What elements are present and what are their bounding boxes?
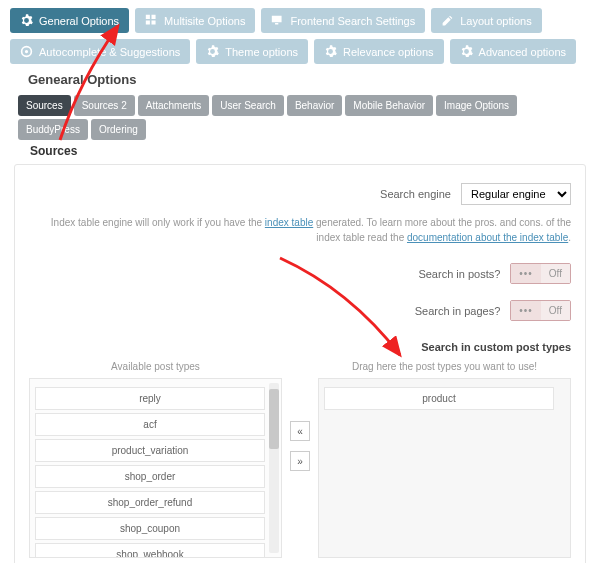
sub-tab-buddypress[interactable]: BuddyPress	[18, 119, 88, 140]
sub-tab-sources[interactable]: Sources	[18, 95, 71, 116]
cpt-heading: Search in custom post types	[29, 329, 571, 361]
panel-sources: Search engine Regular engine Index table…	[14, 164, 586, 563]
index-table-link[interactable]: index table	[265, 217, 313, 228]
tab-label: General Options	[39, 15, 119, 27]
sub-tab-sources-2[interactable]: Sources 2	[74, 95, 135, 116]
search-pages-toggle[interactable]: ••• Off	[510, 300, 571, 321]
tab-label: Frontend Search Settings	[290, 15, 415, 27]
gear-icon	[324, 45, 337, 58]
search-posts-toggle[interactable]: ••• Off	[510, 263, 571, 284]
available-title: Available post types	[29, 361, 282, 378]
list-item[interactable]: shop_order	[35, 465, 265, 488]
list-item[interactable]: product	[324, 387, 554, 410]
tab-label: Theme options	[225, 46, 298, 58]
list-item[interactable]: shop_coupon	[35, 517, 265, 540]
search-posts-label: Search in posts?	[418, 268, 500, 280]
toggle-handle-icon: •••	[511, 301, 541, 320]
top-tab-general-options[interactable]: General Options	[10, 8, 129, 33]
list-item[interactable]: acf	[35, 413, 265, 436]
sub-tab-attachments[interactable]: Attachments	[138, 95, 210, 116]
scrollbar[interactable]	[269, 383, 279, 553]
top-tab-advanced-options[interactable]: Advanced options	[450, 39, 576, 64]
available-list[interactable]: replyacfproduct_variationshop_ordershop_…	[29, 378, 282, 558]
tab-label: Relevance options	[343, 46, 434, 58]
gear-icon	[460, 45, 473, 58]
sub-section-title: Sources	[0, 140, 600, 160]
section-title: Genearal Options	[0, 66, 600, 95]
search-engine-label: Search engine	[380, 188, 451, 200]
pencil-icon	[441, 14, 454, 27]
selected-title: Drag here the post types you want to use…	[318, 361, 571, 378]
selected-list[interactable]: product	[318, 378, 571, 558]
sub-tab-behavior[interactable]: Behavior	[287, 95, 342, 116]
gear-icon	[206, 45, 219, 58]
move-left-button[interactable]: «	[290, 421, 310, 441]
sub-tab-image-options[interactable]: Image Options	[436, 95, 517, 116]
tab-label: Layout options	[460, 15, 532, 27]
top-tab-multisite-options[interactable]: Multisite Options	[135, 8, 255, 33]
tab-label: Autocomplete & Suggestions	[39, 46, 180, 58]
screen-icon	[271, 14, 284, 27]
move-right-button[interactable]: »	[290, 451, 310, 471]
index-table-doc-link[interactable]: documentation about the index table	[407, 232, 568, 243]
scrollbar-thumb[interactable]	[269, 389, 279, 449]
toggle-handle-icon: •••	[511, 264, 541, 283]
sub-tab-ordering[interactable]: Ordering	[91, 119, 146, 140]
list-item[interactable]: product_variation	[35, 439, 265, 462]
top-tab-layout-options[interactable]: Layout options	[431, 8, 542, 33]
list-item[interactable]: shop_webhook	[35, 543, 265, 558]
list-item[interactable]: reply	[35, 387, 265, 410]
sub-tab-mobile-behavior[interactable]: Mobile Behavior	[345, 95, 433, 116]
grid-icon	[145, 14, 158, 27]
target-icon	[20, 45, 33, 58]
top-tab-relevance-options[interactable]: Relevance options	[314, 39, 444, 64]
gear-icon	[20, 14, 33, 27]
top-tab-autocomplete-suggestions[interactable]: Autocomplete & Suggestions	[10, 39, 190, 64]
tab-label: Multisite Options	[164, 15, 245, 27]
sub-tabs: SourcesSources 2AttachmentsUser SearchBe…	[0, 95, 600, 140]
search-engine-select[interactable]: Regular engine	[461, 183, 571, 205]
top-tab-frontend-search-settings[interactable]: Frontend Search Settings	[261, 8, 425, 33]
search-pages-label: Search in pages?	[415, 305, 501, 317]
top-tab-theme-options[interactable]: Theme options	[196, 39, 308, 64]
sub-tab-user-search[interactable]: User Search	[212, 95, 284, 116]
tab-label: Advanced options	[479, 46, 566, 58]
list-item[interactable]: shop_order_refund	[35, 491, 265, 514]
index-table-note: Index table engine will only work if you…	[29, 213, 571, 255]
